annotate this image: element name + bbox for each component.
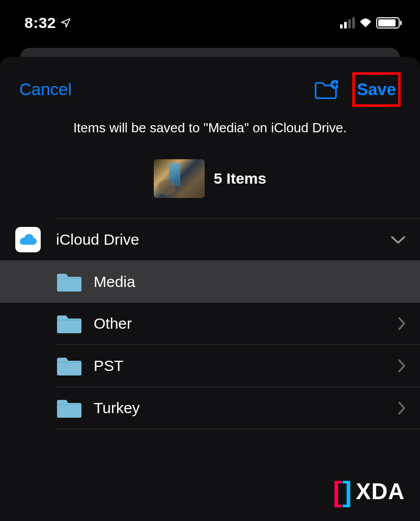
folder-label: Media — [94, 273, 406, 291]
folder-icon — [56, 272, 82, 292]
save-destination-text: Items will be saved to "Media" on iCloud… — [0, 112, 420, 144]
folder-row-media[interactable]: Media — [0, 260, 420, 303]
drive-root-label: iCloud Drive — [56, 231, 390, 248]
chevron-right-icon — [398, 359, 406, 373]
folder-row-pst[interactable]: PST — [0, 345, 420, 387]
status-time: 8:32 — [24, 14, 56, 32]
chevron-down-icon — [390, 235, 406, 244]
folder-row-other[interactable]: Other — [0, 303, 420, 345]
folder-icon — [56, 356, 82, 376]
save-button-highlight: Save — [352, 72, 401, 107]
save-sheet: Cancel Save Items will be saved to "Medi… — [0, 57, 420, 521]
folder-row-turkey[interactable]: Turkey — [0, 387, 420, 429]
folder-label: PST — [94, 357, 398, 374]
status-bar-right — [340, 17, 400, 28]
drive-root-row[interactable]: iCloud Drive — [0, 218, 420, 260]
status-bar: 8:32 — [0, 0, 420, 42]
cellular-signal-icon — [340, 17, 355, 28]
wifi-icon — [359, 18, 372, 28]
folder-icon — [56, 398, 82, 418]
chevron-right-icon — [398, 401, 406, 415]
folder-icon — [56, 313, 82, 334]
status-bar-left: 8:32 — [24, 14, 71, 32]
location-icon — [60, 17, 71, 28]
item-thumbnail — [154, 159, 205, 198]
folder-list: iCloud Drive Media — [0, 218, 420, 429]
xda-brackets-icon: [] — [333, 477, 352, 506]
new-folder-icon[interactable] — [314, 79, 338, 100]
xda-text: XDA — [356, 479, 405, 504]
xda-watermark: [] XDA — [333, 477, 405, 506]
save-button[interactable]: Save — [357, 80, 396, 99]
folder-label: Other — [94, 315, 398, 332]
nav-bar: Cancel Save — [0, 57, 420, 112]
items-preview-row: 5 Items — [0, 144, 420, 208]
folder-label: Turkey — [94, 399, 398, 417]
icloud-drive-icon — [15, 227, 41, 252]
item-count-label: 5 Items — [214, 170, 266, 187]
cancel-button[interactable]: Cancel — [19, 80, 72, 99]
chevron-right-icon — [398, 316, 406, 331]
battery-icon — [376, 17, 400, 28]
